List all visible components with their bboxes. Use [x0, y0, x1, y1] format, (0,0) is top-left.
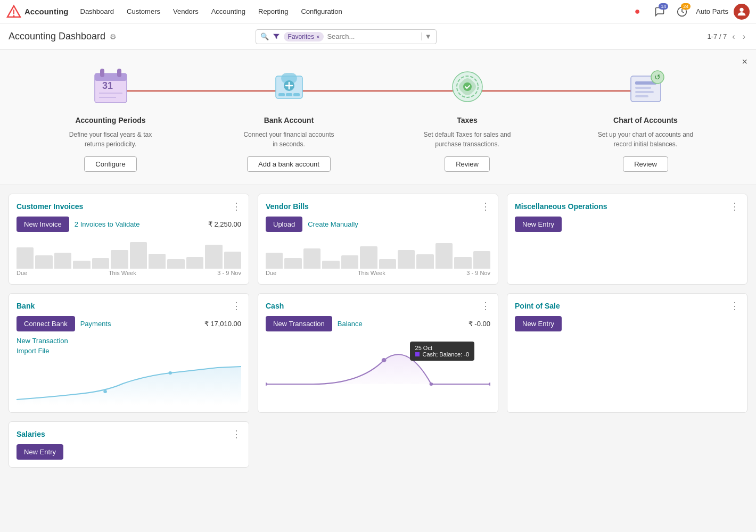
cash-actions: New Transaction Balance ₹ -0.00	[266, 316, 490, 331]
user-avatar[interactable]	[734, 4, 750, 20]
svg-rect-8	[117, 69, 121, 77]
cash-card: Cash ⋮ New Transaction Balance ₹ -0.00	[258, 293, 498, 413]
nav-reporting[interactable]: Reporting	[253, 4, 293, 19]
pos-title: Point of Sale	[515, 302, 560, 310]
point-of-sale-card: Point of Sale ⋮ New Entry	[507, 293, 747, 413]
cash-line-chart: 25 Oct Cash; Balance: -0	[266, 339, 490, 387]
bar	[266, 253, 283, 269]
bank-new-transaction-link[interactable]: New Transaction	[17, 337, 241, 345]
search-input[interactable]	[327, 32, 417, 40]
bar	[205, 245, 222, 269]
nav-dashboard[interactable]: Dashboard	[75, 4, 120, 19]
configure-btn[interactable]: Configure	[84, 156, 136, 172]
close-banner-btn[interactable]: ×	[742, 56, 747, 68]
vb-chart-label-due: Due	[266, 270, 276, 276]
svg-rect-17	[293, 93, 300, 96]
new-invoice-btn[interactable]: New Invoice	[17, 217, 69, 232]
nav-accounting[interactable]: Accounting	[206, 4, 251, 19]
salaries-card: Salaries ⋮ New Entry	[9, 421, 249, 468]
app-logo-icon	[6, 4, 21, 19]
onboarding-steps: 31 Accounting Periods Define your fiscal…	[21, 63, 735, 172]
bank-header: Bank ⋮	[17, 301, 241, 311]
bank-chart-svg	[17, 362, 241, 405]
connect-bank-btn[interactable]: Connect Bank	[17, 316, 75, 331]
bar	[92, 258, 109, 269]
step-icon-wrap-chart: ↺	[622, 63, 670, 111]
page-title-area: Accounting Dashboard ⚙	[9, 31, 117, 42]
chat-notifications-btn[interactable]: 14	[651, 3, 668, 20]
svg-rect-25	[635, 95, 648, 97]
nav-vendors[interactable]: Vendors	[168, 4, 204, 19]
salaries-new-entry-btn[interactable]: New Entry	[17, 444, 63, 460]
misc-operations-header: Miscellaneous Operations ⋮	[515, 202, 739, 211]
customer-invoices-card: Customer Invoices ⋮ New Invoice 2 Invoic…	[9, 194, 249, 285]
cash-new-transaction-btn[interactable]: New Transaction	[266, 316, 332, 331]
step-desc-bank: Connect your financial accounts in secon…	[241, 130, 337, 149]
pos-new-entry-btn[interactable]: New Entry	[515, 316, 562, 331]
upload-btn[interactable]: Upload	[266, 217, 302, 232]
bank-amount: ₹ 17,010.00	[204, 320, 241, 328]
bank-actions: Connect Bank Payments ₹ 17,010.00	[17, 316, 241, 331]
cash-chart-svg	[266, 339, 490, 387]
filter-icon	[272, 32, 281, 41]
misc-operations-title: Miscellaneous Operations	[515, 202, 607, 211]
svg-rect-24	[635, 91, 654, 93]
payments-link[interactable]: Payments	[80, 320, 111, 328]
misc-operations-menu-btn[interactable]: ⋮	[730, 202, 739, 211]
cash-title: Cash	[266, 302, 284, 310]
misc-operations-actions: New Entry	[515, 217, 739, 232]
vb-chart-label-nov: 3 - 9 Nov	[466, 270, 490, 276]
step-icon-wrap-taxes	[443, 63, 491, 111]
pos-menu-btn[interactable]: ⋮	[730, 301, 739, 311]
vendor-bills-menu-btn[interactable]: ⋮	[481, 202, 490, 211]
search-dropdown-btn[interactable]: ▼	[421, 32, 432, 40]
bar	[224, 252, 241, 269]
bar	[416, 254, 433, 269]
clock-notifications-btn[interactable]: 24	[673, 3, 691, 20]
pagination-next-btn[interactable]: ›	[741, 31, 747, 43]
company-name[interactable]: Auto Parts	[696, 7, 728, 15]
misc-new-entry-btn[interactable]: New Entry	[515, 217, 562, 232]
filter-tag-favorites[interactable]: Favorites ×	[284, 32, 324, 41]
customer-invoices-menu-btn[interactable]: ⋮	[232, 202, 241, 211]
vendor-bills-chart: Due This Week 3 - 9 Nov	[266, 239, 490, 277]
nav-configuration[interactable]: Configuration	[295, 4, 347, 19]
logo[interactable]: Accounting	[6, 4, 69, 19]
pagination: 1-7 / 7 ‹ ›	[707, 31, 747, 43]
cash-menu-btn[interactable]: ⋮	[481, 301, 490, 311]
bank-title: Bank	[17, 302, 35, 310]
nav-customers[interactable]: Customers	[121, 4, 166, 19]
bar	[284, 258, 301, 269]
bar	[149, 254, 166, 269]
validate-invoices-link[interactable]: 2 Invoices to Validate	[75, 220, 140, 228]
filter-tag-close[interactable]: ×	[316, 34, 319, 40]
notification-bell-btn[interactable]: ●	[629, 3, 646, 20]
settings-gear-icon[interactable]: ⚙	[110, 32, 117, 41]
bank-menu-btn[interactable]: ⋮	[232, 301, 241, 311]
chart-label-nov: 3 - 9 Nov	[217, 270, 241, 276]
pagination-prev-btn[interactable]: ‹	[730, 31, 737, 43]
bar	[186, 257, 203, 269]
svg-rect-15	[278, 93, 285, 96]
bar	[35, 255, 52, 269]
salaries-menu-btn[interactable]: ⋮	[232, 429, 241, 439]
bar	[130, 242, 147, 269]
onboarding-step-accounting-periods: 31 Accounting Periods Define your fiscal…	[21, 63, 200, 172]
add-bank-account-btn[interactable]: Add a bank account	[247, 156, 331, 172]
bank-import-file-link[interactable]: Import File	[17, 347, 241, 355]
review-taxes-btn[interactable]: Review	[445, 156, 490, 172]
cash-balance-link[interactable]: Balance	[338, 320, 363, 328]
review-chart-btn[interactable]: Review	[623, 156, 668, 172]
create-manually-link[interactable]: Create Manually	[308, 220, 358, 228]
bar	[360, 246, 377, 269]
salaries-title: Salaries	[17, 430, 45, 438]
bar	[111, 250, 128, 269]
filter-tag-label: Favorites	[288, 33, 314, 40]
customer-invoices-title: Customer Invoices	[17, 202, 83, 211]
onboarding-banner: × 31 Accounting Periods Define your fisc…	[0, 50, 756, 185]
svg-rect-7	[100, 69, 104, 77]
top-navigation: Accounting Dashboard Customers Vendors A…	[0, 0, 756, 23]
customer-invoices-actions: New Invoice 2 Invoices to Validate ₹ 2,2…	[17, 217, 241, 232]
step-desc-periods: Define your fiscal years & tax returns p…	[63, 130, 159, 149]
chart-label-week: This Week	[109, 270, 136, 276]
